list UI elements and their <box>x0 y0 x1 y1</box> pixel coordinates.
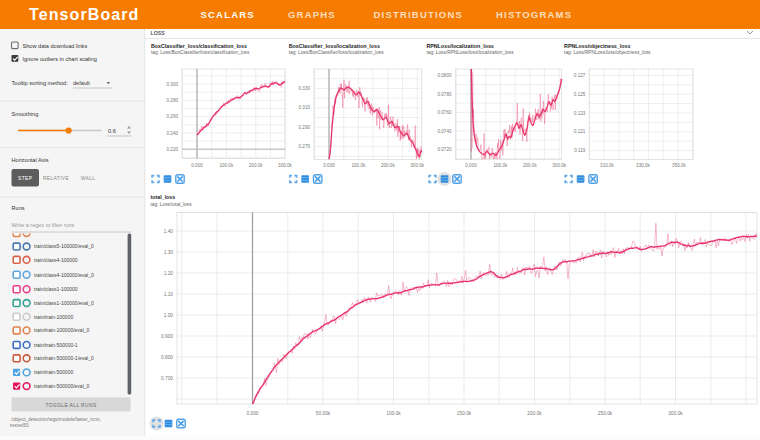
svg-text:0.0800: 0.0800 <box>437 73 451 78</box>
svg-text:1.10: 1.10 <box>164 292 174 297</box>
svg-text:300.0k: 300.0k <box>278 163 292 168</box>
svg-text:200.0k: 200.0k <box>249 163 263 168</box>
svg-text:tag: Loss/RPNLoss/loss/objectn: tag: Loss/RPNLoss/loss/objectness_loss <box>564 50 651 55</box>
svg-text:train/class1-100000/eval_0: train/class1-100000/eval_0 <box>34 300 94 306</box>
svg-text:./object_detection/wgs/models/: ./object_detection/wgs/models/faster_rcn… <box>10 417 101 422</box>
svg-text:200.0k: 200.0k <box>523 163 537 168</box>
svg-text:1.00: 1.00 <box>164 313 174 318</box>
svg-text:GRAPHS: GRAPHS <box>288 9 336 20</box>
svg-text:default: default <box>73 80 90 86</box>
svg-text:LOSS: LOSS <box>151 30 166 36</box>
svg-text:100.0k: 100.0k <box>386 411 401 416</box>
svg-text:0.6: 0.6 <box>108 128 116 134</box>
svg-text:RPNLoss/objectness_loss: RPNLoss/objectness_loss <box>564 43 630 49</box>
svg-text:train/train-500000-1: train/train-500000-1 <box>34 342 78 348</box>
svg-text:Ignore outliers in chart scali: Ignore outliers in chart scaling <box>23 56 97 62</box>
svg-text:RELATIVE: RELATIVE <box>43 175 70 181</box>
svg-text:0.121: 0.121 <box>574 129 586 134</box>
svg-text:resnet50: resnet50 <box>10 423 29 428</box>
svg-text:250.0k: 250.0k <box>598 411 613 416</box>
svg-text:310.0k: 310.0k <box>600 163 614 168</box>
svg-text:BoxClassifier_loss/localizatio: BoxClassifier_loss/localization_loss <box>289 43 380 49</box>
svg-text:100.0k: 100.0k <box>352 163 366 168</box>
svg-text:0.000: 0.000 <box>246 411 258 416</box>
svg-text:BoxClassifier_loss/classificat: BoxClassifier_loss/classification_loss <box>151 43 247 49</box>
svg-text:Runs: Runs <box>12 205 25 211</box>
svg-text:300.0k: 300.0k <box>668 411 683 416</box>
svg-text:0.310: 0.310 <box>299 105 311 110</box>
svg-text:train/class4-100000: train/class4-100000 <box>34 257 78 263</box>
svg-text:train/class4-100000/eval_0: train/class4-100000/eval_0 <box>34 272 94 278</box>
svg-text:0.330: 0.330 <box>299 86 311 91</box>
svg-text:tag: Loss/RPNLoss/loss/localiz: tag: Loss/RPNLoss/loss/localization_loss <box>426 50 514 55</box>
svg-text:0.700: 0.700 <box>161 376 173 381</box>
svg-text:total_loss: total_loss <box>151 194 176 200</box>
svg-text:150.0k: 150.0k <box>457 411 472 416</box>
svg-text:0.0760: 0.0760 <box>437 110 451 115</box>
svg-text:0.290: 0.290 <box>299 125 311 130</box>
svg-text:0.000: 0.000 <box>191 163 203 168</box>
svg-text:Horizontal Axis: Horizontal Axis <box>12 157 49 163</box>
svg-text:0.123: 0.123 <box>574 111 586 116</box>
svg-text:Show data download links: Show data download links <box>23 43 88 49</box>
svg-text:1.40: 1.40 <box>164 229 174 234</box>
svg-text:WALL: WALL <box>81 175 96 181</box>
svg-text:330.0k: 330.0k <box>636 163 650 168</box>
svg-text:350.0k: 350.0k <box>672 163 686 168</box>
svg-text:HISTOGRAMS: HISTOGRAMS <box>496 9 572 20</box>
svg-text:0.220: 0.220 <box>167 147 179 152</box>
svg-text:DISTRIBUTIONS: DISTRIBUTIONS <box>374 9 464 20</box>
svg-text:0.0720: 0.0720 <box>437 147 451 152</box>
svg-text:1.20: 1.20 <box>164 271 174 276</box>
svg-text:Smoothing: Smoothing <box>12 111 39 117</box>
svg-text:100.0k: 100.0k <box>219 163 233 168</box>
svg-text:0.127: 0.127 <box>574 73 586 78</box>
svg-text:RPNLoss/localization_loss: RPNLoss/localization_loss <box>426 43 493 49</box>
svg-text:0.300: 0.300 <box>167 82 179 87</box>
svg-text:50.00k: 50.00k <box>316 411 331 416</box>
svg-text:train/train-500000: train/train-500000 <box>34 369 73 375</box>
svg-text:0.240: 0.240 <box>167 131 179 136</box>
svg-text:train/train-500000/eval_0: train/train-500000/eval_0 <box>34 383 90 389</box>
svg-text:1.30: 1.30 <box>164 250 174 255</box>
svg-text:0.260: 0.260 <box>167 114 179 119</box>
svg-text:TOGGLE ALL RUNS: TOGGLE ALL RUNS <box>45 403 96 408</box>
svg-text:0.000: 0.000 <box>323 163 335 168</box>
svg-text:0.270: 0.270 <box>299 144 311 149</box>
svg-text:0.900: 0.900 <box>161 334 173 339</box>
svg-text:train/train-100000: train/train-100000 <box>34 314 73 320</box>
svg-text:0.000: 0.000 <box>465 163 477 168</box>
svg-text:0.280: 0.280 <box>167 98 179 103</box>
svg-text:200.0k: 200.0k <box>381 163 395 168</box>
svg-text:train/train-500000-1/eval_0: train/train-500000-1/eval_0 <box>34 355 94 361</box>
svg-text:tag: Loss/total_loss: tag: Loss/total_loss <box>151 202 193 207</box>
svg-text:SCALARS: SCALARS <box>201 9 255 20</box>
svg-text:0.0740: 0.0740 <box>437 129 451 134</box>
svg-text:train/train-100000/eval_0: train/train-100000/eval_0 <box>34 327 90 333</box>
svg-text:0.125: 0.125 <box>574 92 586 97</box>
svg-text:300.0k: 300.0k <box>410 163 424 168</box>
svg-text:Write a regex to filter runs: Write a regex to filter runs <box>12 222 75 228</box>
svg-text:TensorBoard: TensorBoard <box>29 6 139 23</box>
svg-text:Tooltip sorting method:: Tooltip sorting method: <box>12 80 69 86</box>
svg-text:200.0k: 200.0k <box>527 411 542 416</box>
svg-text:STEP: STEP <box>18 175 33 181</box>
svg-text:tag: Loss/BoxClassifier/loss/c: tag: Loss/BoxClassifier/loss/classificat… <box>151 50 250 55</box>
svg-text:100.0k: 100.0k <box>494 163 508 168</box>
svg-text:300.0k: 300.0k <box>552 163 566 168</box>
svg-text:tag: Loss/BoxClassifier/loss/l: tag: Loss/BoxClassifier/loss/localizatio… <box>289 50 385 55</box>
svg-text:0.800: 0.800 <box>161 355 173 360</box>
svg-text:train/class5-100000/eval_0: train/class5-100000/eval_0 <box>34 243 94 249</box>
svg-text:0.0780: 0.0780 <box>437 92 451 97</box>
svg-text:0.119: 0.119 <box>574 148 586 153</box>
svg-text:train/class1-100000: train/class1-100000 <box>34 286 78 292</box>
